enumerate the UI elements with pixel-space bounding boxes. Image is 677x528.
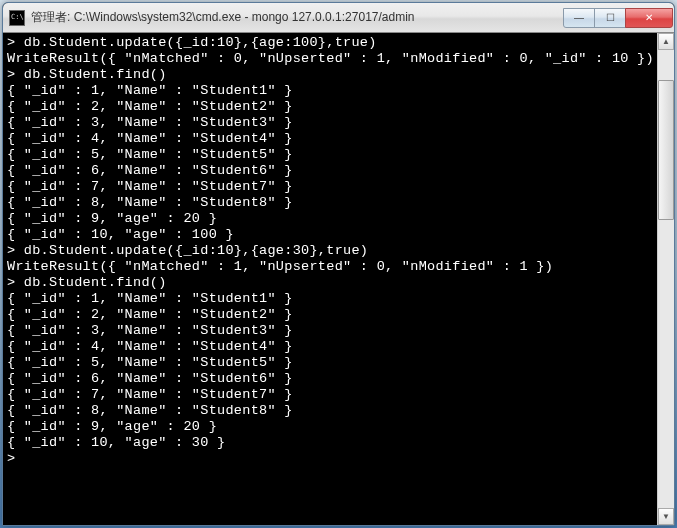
titlebar[interactable]: 管理者: C:\Windows\system32\cmd.exe - mongo…: [3, 3, 674, 33]
command-prompt-window: 管理者: C:\Windows\system32\cmd.exe - mongo…: [2, 2, 675, 526]
close-button[interactable]: ✕: [625, 8, 673, 28]
vertical-scrollbar[interactable]: ▲ ▼: [657, 33, 674, 525]
scroll-up-button[interactable]: ▲: [658, 33, 674, 50]
minimize-button[interactable]: —: [563, 8, 595, 28]
terminal-area: > db.Student.update({_id:10},{age:100},t…: [3, 33, 674, 525]
window-title: 管理者: C:\Windows\system32\cmd.exe - mongo…: [31, 9, 564, 26]
terminal-output[interactable]: > db.Student.update({_id:10},{age:100},t…: [3, 33, 657, 525]
scroll-down-button[interactable]: ▼: [658, 508, 674, 525]
scroll-track[interactable]: [658, 50, 674, 508]
cmd-icon: [9, 10, 25, 26]
window-controls: — ☐ ✕: [564, 8, 673, 28]
scroll-thumb[interactable]: [658, 80, 674, 220]
maximize-button[interactable]: ☐: [594, 8, 626, 28]
